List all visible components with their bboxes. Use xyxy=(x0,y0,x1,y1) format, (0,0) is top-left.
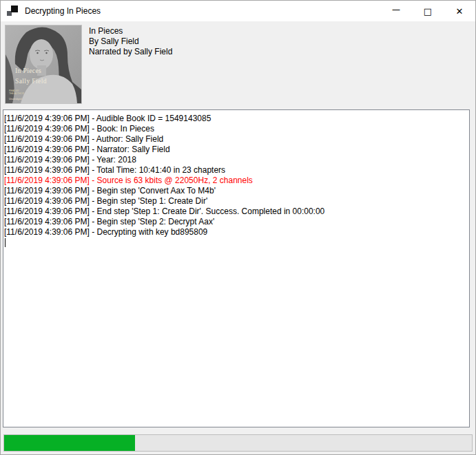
window-controls: — □ ✕ xyxy=(380,1,475,21)
log-line: [11/6/2019 4:39:06 PM] - Author: Sally F… xyxy=(4,134,468,145)
book-narrator: Narrated by Sally Field xyxy=(89,47,172,57)
maximize-button[interactable]: □ xyxy=(412,1,444,21)
titlebar[interactable]: Decrypting In Pieces — □ ✕ xyxy=(1,1,475,21)
log-line-alert: [11/6/2019 4:39:06 PM] - Source is 63 kb… xyxy=(4,176,468,186)
progress-fill xyxy=(4,435,135,451)
progress-bar xyxy=(3,434,473,452)
cover-edition-text: Unabridged xyxy=(9,98,22,100)
log-line: [11/6/2019 4:39:06 PM] - Narrator: Sally… xyxy=(4,145,468,155)
log-line: [11/6/2019 4:39:06 PM] - Decrypting with… xyxy=(4,227,468,237)
log-line: [11/6/2019 4:39:06 PM] - Begin step 'Ste… xyxy=(4,217,468,227)
close-button[interactable]: ✕ xyxy=(444,1,475,21)
maximize-icon: □ xyxy=(424,7,432,16)
cover-author-text: Sally Field xyxy=(15,78,47,85)
log-line: [11/6/2019 4:39:06 PM] - Total Time: 10:… xyxy=(4,165,468,176)
book-title: In Pieces xyxy=(89,26,172,36)
minimize-icon: — xyxy=(392,6,400,14)
text-caret xyxy=(5,238,6,247)
close-icon: ✕ xyxy=(456,7,464,16)
app-icon[interactable] xyxy=(7,6,18,17)
app-icon-square-big xyxy=(11,6,18,12)
book-cover-image: In Pieces Sally Field READ BY THE AUTHOR… xyxy=(6,25,81,103)
cover-readby-line2: THE AUTHOR xyxy=(9,92,24,95)
cover-title-text: In Pieces xyxy=(15,67,41,74)
log-line: [11/6/2019 4:39:06 PM] - Book: In Pieces xyxy=(4,124,468,134)
book-author: By Sally Field xyxy=(89,36,172,47)
log-line: [11/6/2019 4:39:06 PM] - Begin step 'Con… xyxy=(4,186,468,196)
log-line: [11/6/2019 4:39:06 PM] - Begin step 'Ste… xyxy=(4,196,468,207)
window-title: Decrypting In Pieces xyxy=(25,6,380,16)
cover-face xyxy=(30,39,53,70)
minimize-button[interactable]: — xyxy=(380,1,412,21)
log-line: [11/6/2019 4:39:06 PM] - End step 'Step … xyxy=(4,207,468,217)
log-line: [11/6/2019 4:39:06 PM] - Year: 2018 xyxy=(4,155,468,165)
book-info: In Pieces By Sally Field Narrated by Sal… xyxy=(89,26,172,57)
log-textbox[interactable]: [11/6/2019 4:39:06 PM] - Audible Book ID… xyxy=(3,109,470,427)
caret-line xyxy=(4,237,468,248)
log-line: [11/6/2019 4:39:06 PM] - Audible Book ID… xyxy=(4,114,468,124)
app-window: Decrypting In Pieces — □ ✕ xyxy=(0,0,476,455)
